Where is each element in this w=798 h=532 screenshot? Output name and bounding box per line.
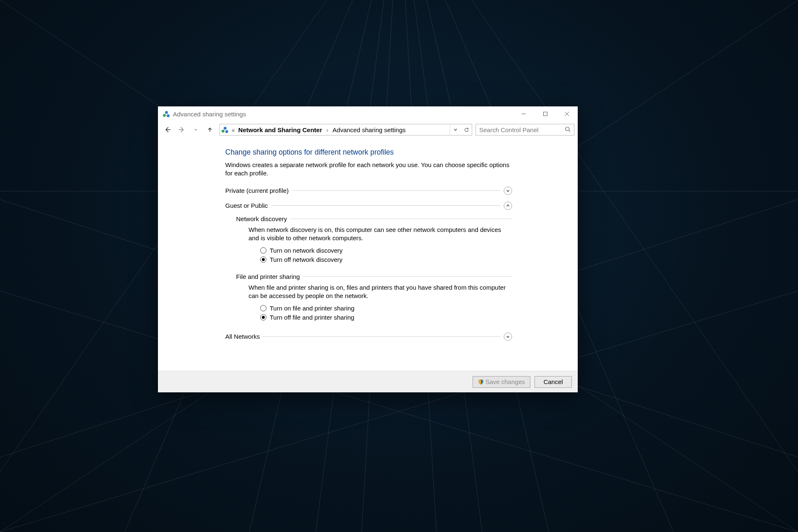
page-title: Change sharing options for different net… bbox=[225, 148, 512, 157]
section-header-file-printer-sharing: File and printer sharing bbox=[236, 273, 512, 280]
search-icon bbox=[565, 126, 571, 133]
save-changes-button[interactable]: Save changes bbox=[473, 376, 530, 388]
footer-bar: Save changes Cancel bbox=[158, 371, 578, 392]
section-header-network-discovery: Network discovery bbox=[236, 215, 512, 222]
recent-locations-button[interactable] bbox=[190, 123, 202, 136]
radio-icon bbox=[260, 256, 266, 263]
radio-network-discovery-off[interactable]: Turn off network discovery bbox=[260, 255, 512, 264]
network-sharing-icon bbox=[221, 126, 228, 133]
breadcrumb-item[interactable]: Advanced sharing settings bbox=[331, 124, 407, 135]
expand-collapse-button[interactable] bbox=[504, 187, 512, 195]
section-label: File and printer sharing bbox=[236, 273, 303, 280]
section-label: Network discovery bbox=[236, 215, 291, 222]
section-description: When network discovery is on, this compu… bbox=[249, 226, 512, 243]
section-description: When file and printer sharing is on, fil… bbox=[249, 283, 512, 300]
button-label: Save changes bbox=[485, 378, 525, 385]
profile-header-all-networks[interactable]: All Networks bbox=[225, 331, 512, 342]
content-area: Change sharing options for different net… bbox=[158, 138, 578, 371]
expand-collapse-button[interactable] bbox=[504, 202, 512, 210]
radio-icon bbox=[260, 305, 266, 311]
refresh-button[interactable] bbox=[461, 124, 472, 135]
radio-file-printer-off[interactable]: Turn off file and printer sharing bbox=[260, 313, 512, 322]
expand-collapse-button[interactable] bbox=[504, 332, 512, 341]
svg-point-21 bbox=[566, 127, 569, 131]
close-button[interactable] bbox=[556, 106, 578, 121]
radio-network-discovery-on[interactable]: Turn on network discovery bbox=[260, 246, 512, 255]
navigation-bar: « Network and Sharing Center › Advanced … bbox=[158, 121, 578, 138]
profile-header-private[interactable]: Private (current profile) bbox=[225, 185, 512, 196]
shield-icon bbox=[478, 379, 484, 385]
search-input[interactable]: Search Control Panel bbox=[475, 124, 574, 135]
page-description: Windows creates a separate network profi… bbox=[225, 161, 512, 178]
window-title: Advanced sharing settings bbox=[173, 111, 246, 118]
svg-line-22 bbox=[569, 130, 571, 132]
profile-label: Private (current profile) bbox=[225, 187, 292, 194]
network-sharing-icon bbox=[162, 110, 170, 118]
profile-label: All Networks bbox=[225, 333, 263, 340]
radio-file-printer-on[interactable]: Turn on file and printer sharing bbox=[260, 304, 512, 313]
radio-icon bbox=[260, 247, 266, 254]
radio-label: Turn on network discovery bbox=[270, 247, 342, 254]
radio-label: Turn off file and printer sharing bbox=[270, 314, 354, 321]
chevron-right-icon: › bbox=[324, 126, 331, 133]
radio-icon bbox=[260, 314, 266, 320]
title-bar: Advanced sharing settings bbox=[158, 106, 578, 121]
address-bar[interactable]: « Network and Sharing Center › Advanced … bbox=[219, 124, 472, 135]
svg-rect-18 bbox=[544, 112, 547, 116]
button-label: Cancel bbox=[544, 378, 563, 385]
radio-label: Turn on file and printer sharing bbox=[270, 305, 355, 312]
profile-label: Guest or Public bbox=[225, 202, 271, 209]
control-panel-window: Advanced sharing settings bbox=[158, 106, 578, 392]
radio-label: Turn off network discovery bbox=[270, 256, 342, 263]
search-placeholder: Search Control Panel bbox=[479, 126, 539, 133]
breadcrumb-overflow[interactable]: « bbox=[230, 124, 236, 135]
address-dropdown-button[interactable] bbox=[450, 124, 461, 135]
breadcrumb-item[interactable]: Network and Sharing Center bbox=[236, 124, 324, 135]
up-button[interactable] bbox=[204, 123, 216, 136]
cancel-button[interactable]: Cancel bbox=[534, 376, 572, 388]
minimize-button[interactable] bbox=[513, 106, 534, 121]
forward-button[interactable] bbox=[175, 123, 188, 136]
profile-header-guest[interactable]: Guest or Public bbox=[225, 200, 512, 211]
back-button[interactable] bbox=[161, 123, 174, 136]
maximize-button[interactable] bbox=[534, 106, 556, 121]
